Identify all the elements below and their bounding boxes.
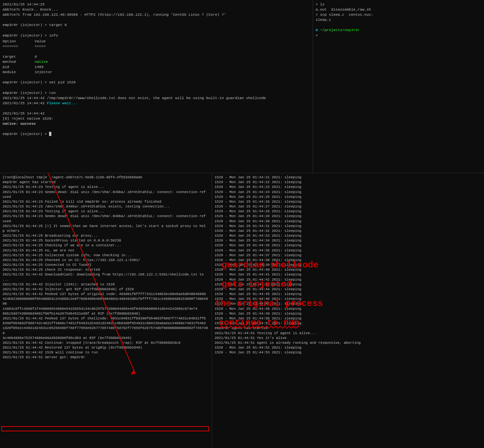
log-testing2: 2021/01/25 01:44:23 Testing if agent is … xyxy=(3,209,209,214)
log-sc-bytes2: 1d20f05e2c44831d24831c0525048bf766f77656… xyxy=(3,326,209,335)
blank3 xyxy=(3,75,310,80)
log-sysinfo: 2021/01/25 01:44:25 Collected system inf… xyxy=(3,253,209,258)
log-checkedin: 2021/01/25 01:44:25 Checked in on CC: ht… xyxy=(3,258,209,263)
proc-52: 1529 - Mon Jan 25 01:44:52 2021: sleepin… xyxy=(215,345,481,350)
log-restored: 2021/01/25 01:44:42 Restored 137 bytes a… xyxy=(3,345,209,350)
proc-36: 1529 - Mon Jan 25 01:44:36 2021: sleepin… xyxy=(215,248,481,253)
log-dots: ... xyxy=(3,277,209,282)
already-running: 2021/01/25 01:44:51 Agent is already run… xyxy=(215,341,481,345)
proc-25: 1529 - Mon Jan 25 01:44:25 2021: sleepin… xyxy=(215,195,481,199)
ls-output: a.out disassemble_raw.sh xyxy=(316,7,481,12)
proc-31: 1529 - Mon Jan 25 01:44:31 2021: sleepin… xyxy=(215,224,481,229)
proc-28: 1529 - Mon Jan 25 01:44:28 2021: sleepin… xyxy=(215,209,481,214)
right-terminal-top: > ls a.out disassemble_raw.sh > scp slee… xyxy=(313,0,484,173)
log-p-others: p others xyxy=(3,229,209,233)
log-will-run: 2021/01/25 01:44:42 1529 will continue t… xyxy=(3,350,209,355)
log-seems-dead1: 2021/01/25 01:44:23 Seems dead: dial uni… xyxy=(3,190,209,195)
proc-30: 1529 - Mon Jan 25 01:44:30 2021: sleepin… xyxy=(215,219,481,224)
log-sc-bytes1: 0390f054883f800742c4831ff4889c74831f6483… xyxy=(3,321,209,326)
log-used1: used xyxy=(3,195,209,199)
sleep-file: sleep.c xyxy=(316,17,481,22)
ls-cmd: > ls xyxy=(316,2,481,7)
log-socks5: 2021/01/25 01:44:25 Socks5Proxy started … xyxy=(3,238,209,243)
log-continue: 2021/01/25 01:44:42 Continue: stopped (t… xyxy=(3,341,209,345)
log-broadcasting: 2021/01/25 01:44:25 Broadcasting our pro… xyxy=(3,233,209,238)
agent-start-cmd: [root@localhost tmp]# ./agent-abb7ce7c-5… xyxy=(3,175,209,180)
bottom-right-terminal: 1529 - Mon Jan 25 01:44:21 2021: sleepin… xyxy=(212,173,484,448)
log-testing1: 2021/01/25 01:44:23 Testing if agent is … xyxy=(3,185,209,190)
log-internet: 2021/01/25 01:44:25 [+] It seems that we… xyxy=(3,224,209,229)
red-highlight-box xyxy=(1,426,209,431)
annotation-guardian: guardian shellcode xyxy=(222,260,318,271)
proc-24: 1529 - Mon Jan 25 01:44:24 2021: sleepin… xyxy=(215,190,481,195)
log-peeked-orig: 2021/01/25 01:44:42 Peeked 137 bytes of … xyxy=(3,292,209,297)
svg-marker-1 xyxy=(131,370,136,375)
log-no-container: 2021/01/25 01:44:25 no, we are not xyxy=(3,248,209,253)
proc-23: 1529 - Mon Jan 25 01:44:23 2021: sleepin… xyxy=(215,185,481,190)
native-success: native: success xyxy=(3,121,310,126)
log-orig-bytes1: 424b82300000000f054888b3c244889c2e8f76d0… xyxy=(3,297,209,306)
proc-34: 1529 - Mon Jan 25 01:44:34 2021: sleepin… xyxy=(215,238,481,243)
proc-37: 1529 - Mon Jan 25 01:44:37 2021: sleepin… xyxy=(215,253,481,258)
inject-timestamp: 2021/01/25 14:44:42 xyxy=(3,111,310,116)
log-shellcode-bytes: 2021/01/25 01:44:42 Peeked 137 bytes of … xyxy=(3,316,209,321)
blank5 xyxy=(3,106,310,111)
blank4 xyxy=(3,85,310,90)
proc-27: 1529 - Mon Jan 25 01:44:27 2021: sleepin… xyxy=(215,204,481,209)
log-seems-dead2: 2021/01/25 01:44:23 Seems dead: dial uni… xyxy=(3,214,209,219)
log-tunapi: 2021/01/25 01:44:25 Connected to CC TunA… xyxy=(3,263,209,267)
connection-line: abb7ce7c from 192.168.122.40:39586 - HTT… xyxy=(3,12,310,17)
yes-alive: 2021/01/25 01:44:51 Yes it's alive xyxy=(215,336,481,341)
log-injector-attach: 2021/01/25 01:44:42 Injector (1541): att… xyxy=(3,282,209,287)
proc-21: 1529 - Mon Jan 25 01:44:21 2021: sleepin… xyxy=(215,175,481,180)
log-container-check: 2021/01/25 01:44:25 Checking if we are i… xyxy=(3,243,209,248)
test-alive: 2021/01/25 01:44:51 Testing if agent is … xyxy=(215,331,481,336)
timestamp-line: 2021/01/25 14:44:25 xyxy=(3,2,310,7)
proc-32: 1529 - Mon Jan 25 01:44:32 2021: sleepin… xyxy=(215,229,481,233)
please-wait: 2021/01/25 14:44:42 Please wait... xyxy=(3,101,310,106)
target-cmd: emp3r0r (injector) > target 0 xyxy=(3,22,310,28)
log-sc-bytes3: 3c4064889e752574889e66a3b58990f05cd03 at… xyxy=(3,336,209,341)
bottom-section: [root@localhost tmp]# ./agent-abb7ce7c-5… xyxy=(0,173,484,448)
log-orig-bytes2: 14883c8ffc3660f1f440000554889e5415655413… xyxy=(3,307,209,311)
log-used2: used xyxy=(3,219,209,224)
scp-cmd: > scp sleep.c centos.nuc: xyxy=(316,12,481,17)
final-prompt: emp3r0r (injector) > xyxy=(3,131,310,137)
left-terminal-top: 2021/01/25 14:44:25 abb7ce7c Knock.. Kno… xyxy=(0,0,313,173)
blank1 xyxy=(3,17,310,22)
prompt-dir: ⚙ ~/projects/emp3r0r xyxy=(316,28,481,33)
proc-49: 1529 - Mon Jan 25 01:44:49 2021: sleepin… xyxy=(215,311,481,316)
log-failed-kill: 2021/01/25 01:44:23 Failed to kill old e… xyxy=(3,199,209,204)
bottom-left-terminal: [root@localhost tmp]# ./agent-abb7ce7c-5… xyxy=(0,173,212,448)
log-exists: 2021/01/25 01:44:23 /dev/shm/.848ba/.s6Y… xyxy=(3,204,209,209)
proc-53: 1529 - Mon Jan 25 01:44:53 2021: sleepin… xyxy=(215,350,481,355)
proc-29: 1529 - Mon Jan 25 01:44:29 2021: sleepin… xyxy=(215,214,481,219)
shellcode-not-found: 2021/01/25 14:44:42 /tmp/emp3r0r//www/sh… xyxy=(3,96,310,101)
log-at-rip: 88b15dd7430008d4801f00fb14a2875d64531ed0… xyxy=(3,311,209,316)
log-download: 2021/01/25 01:44:42 DownloadViaCC: downl… xyxy=(3,272,209,277)
log-injector-rip: 2021/01/25 01:44:42 Injector: got RIP (0… xyxy=(3,287,209,292)
top-section: 2021/01/25 14:44:25 abb7ce7c Knock.. Kno… xyxy=(0,0,484,173)
proc-33: 1529 - Mon Jan 25 01:44:33 2021: sleepin… xyxy=(215,233,481,238)
proc-35: 1529 - Mon Jan 25 01:44:35 2021: sleepin… xyxy=(215,243,481,248)
proc-41: 1529 - Mon Jan 25 01:44:41 2021: sleepin… xyxy=(215,272,481,277)
annotation-injected: gets injected xyxy=(222,279,292,290)
log-cc-response: 2021/01/25 01:44:25 check CC response: s… xyxy=(3,267,209,272)
blank6 xyxy=(3,126,310,131)
setpid-cmd: emp3r0r (injector) > set pid 1529 xyxy=(3,80,310,85)
blank-r1 xyxy=(316,22,481,28)
annotation-original: the original process xyxy=(215,298,323,309)
agent-started: emp3r0r agent has started xyxy=(3,180,209,185)
info-cmd: emp3r0r (injector) > info xyxy=(3,33,310,38)
run-cmd: emp3r0r (injector) > run xyxy=(3,90,310,96)
inject-cmd: [0] !nject native 1529: xyxy=(3,116,310,121)
blank2 xyxy=(3,28,310,33)
prompt-cursor: > xyxy=(316,33,481,38)
annotation-continue: continue to run xyxy=(218,317,299,328)
proc-45: 1529 - Mon Jan 25 01:44:45 2021: sleepin… xyxy=(215,292,481,297)
info-table: OptionValue ============ target0 methodn… xyxy=(3,39,310,75)
proc-26: 1529 - Mon Jan 25 01:44:26 2021: sleepin… xyxy=(215,199,481,204)
knock-line: abb7ce7c Knock.. Knock... xyxy=(3,7,310,12)
proc-22: 1529 - Mon Jan 25 01:44:22 2021: sleepin… xyxy=(215,180,481,185)
log-server-got: 2021/01/25 01:44:51 Server got: emp3r0r xyxy=(3,355,209,360)
